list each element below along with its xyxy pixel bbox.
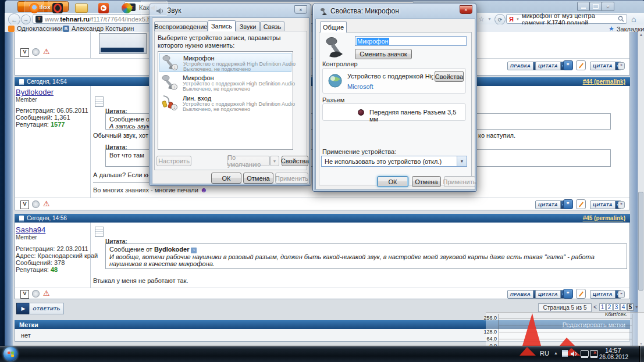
post-icon-v[interactable]: V bbox=[20, 48, 29, 57]
quote-button[interactable]: цитата▼ bbox=[535, 62, 567, 70]
post-permalink[interactable]: #44 (permalink) bbox=[583, 78, 625, 85]
scrollbar-thumb[interactable] bbox=[638, 192, 643, 291]
edit-tags-link[interactable]: Редактировать метки bbox=[563, 321, 625, 328]
network-disconnected-icon[interactable]: × bbox=[590, 350, 598, 357]
taskbar-media-player-button[interactable]: ▶ bbox=[94, 1, 113, 16]
quote-button-2[interactable]: цитата▼ bbox=[590, 200, 621, 209]
device-item-microphone-2[interactable]: ↓ Микрофон Устройство с поддержкой High … bbox=[159, 73, 291, 92]
cancel-button[interactable]: Отмена bbox=[412, 176, 441, 187]
browser-scrollbar[interactable] bbox=[638, 32, 644, 349]
page-link-1[interactable]: 1 bbox=[599, 303, 606, 311]
properties-button[interactable]: Свойства bbox=[282, 156, 308, 166]
tab-communications[interactable]: Связь bbox=[260, 21, 284, 31]
author-link[interactable]: Bydlokoder bbox=[16, 88, 54, 96]
post-icon-v[interactable]: V bbox=[20, 200, 29, 209]
home-button[interactable]: ⌂ bbox=[631, 15, 636, 24]
warning-icon[interactable]: ⚠ bbox=[43, 47, 50, 56]
multiquote-plus-icon[interactable]: ❞ bbox=[618, 291, 625, 298]
author-link[interactable]: Sasha94 bbox=[16, 225, 45, 234]
page-link-2[interactable]: 2 bbox=[606, 303, 613, 311]
taskbar-sound-dialog-button[interactable] bbox=[141, 1, 168, 16]
quickreply-icon[interactable] bbox=[576, 60, 586, 70]
reply-button[interactable]: ответить bbox=[29, 303, 64, 314]
action-center-icon[interactable] bbox=[562, 350, 568, 357]
dialog-close-button[interactable]: × bbox=[460, 5, 472, 14]
change-icon-button[interactable]: Сменить значок bbox=[355, 49, 412, 59]
bookmark-odnoklassniki[interactable]: Одноклассники bbox=[8, 25, 63, 32]
quote-button[interactable]: цитата▼ bbox=[535, 200, 567, 209]
page-link-4[interactable]: 4 bbox=[620, 303, 627, 311]
quote-button-2[interactable]: цитата▼ bbox=[590, 62, 621, 70]
post-permalink[interactable]: #45 (permalink) bbox=[583, 215, 625, 221]
tab-recording[interactable]: Запись bbox=[208, 20, 236, 31]
taskbar-app-button[interactable] bbox=[118, 1, 136, 16]
apply-button[interactable]: Применить bbox=[444, 176, 475, 187]
report-flower-icon[interactable] bbox=[32, 48, 40, 56]
clock-time[interactable]: 14:57 bbox=[605, 347, 621, 354]
report-flower-icon[interactable] bbox=[32, 200, 40, 208]
device-item-microphone-1[interactable]: ↓ Микрофон Устройство с поддержкой High … bbox=[159, 53, 291, 72]
tab-sounds[interactable]: Звуки bbox=[236, 21, 260, 31]
apply-button[interactable]: Применить bbox=[275, 173, 308, 184]
device-usage-select[interactable]: Не использовать это устройство (откл.) ▼ bbox=[321, 156, 467, 167]
clock-date[interactable]: 26.08.2012 bbox=[599, 354, 628, 360]
pagination-prev[interactable]: < bbox=[593, 304, 597, 310]
tray-expand-icon[interactable]: ▲ bbox=[554, 351, 558, 355]
configure-button[interactable]: Настроить bbox=[156, 156, 191, 166]
taskbar-firefox-button[interactable] bbox=[24, 1, 44, 16]
page-link-3[interactable]: 3 bbox=[613, 303, 620, 311]
search-engine-dropdown-icon[interactable]: ▼ bbox=[516, 17, 520, 21]
start-button[interactable] bbox=[3, 347, 17, 361]
device-item-line-in[interactable]: ↓ Лин. вход Устройство с поддержкой High… bbox=[159, 94, 291, 113]
multiquote-plus-icon[interactable]: ❞ bbox=[618, 201, 625, 209]
multiquote-icon[interactable]: ❞ bbox=[563, 289, 573, 299]
multiquote-icon[interactable]: ❞ bbox=[563, 60, 573, 70]
controller-properties-button[interactable]: Свойства bbox=[435, 71, 464, 82]
url-dropdown-icon[interactable]: ▼ bbox=[488, 17, 492, 21]
search-engine-icon[interactable]: Я bbox=[509, 16, 514, 23]
scrollbar-down-icon[interactable]: ▼ bbox=[638, 342, 644, 346]
quote-button[interactable]: цитата▼ bbox=[535, 290, 567, 299]
quickreply-icon[interactable] bbox=[576, 289, 586, 299]
dialog-close-button[interactable]: × bbox=[294, 5, 307, 14]
taskbar-opera-button[interactable] bbox=[48, 1, 67, 16]
post-icon-v[interactable]: V bbox=[20, 290, 29, 299]
edit-button[interactable]: правка▼ bbox=[507, 62, 539, 70]
window-minimize-button[interactable] bbox=[577, 2, 590, 11]
cancel-button[interactable]: Отмена bbox=[243, 173, 273, 184]
post-attachment-thumbnail[interactable] bbox=[99, 33, 147, 54]
scrollbar-up-icon[interactable]: ▲ bbox=[638, 33, 644, 37]
vendor-link[interactable]: Microsoft bbox=[347, 83, 373, 90]
tray-volume-icon[interactable] bbox=[570, 350, 578, 357]
reply-arrow-icon[interactable]: ▶ bbox=[16, 303, 30, 314]
ok-button[interactable]: ОК bbox=[377, 176, 408, 187]
reload-button[interactable]: ⟳ bbox=[494, 14, 506, 25]
view-post-icon[interactable]: › bbox=[191, 248, 197, 253]
bookmark-star-icon[interactable]: ☆ bbox=[478, 15, 485, 23]
network-icon[interactable] bbox=[581, 350, 589, 357]
tab-general[interactable]: Общие bbox=[320, 21, 347, 33]
taskbar-explorer-button[interactable] bbox=[72, 1, 91, 16]
report-flower-icon[interactable] bbox=[32, 290, 40, 298]
set-default-dropdown-icon[interactable]: ▼ bbox=[270, 156, 279, 166]
show-desktop-button[interactable] bbox=[639, 346, 644, 362]
edit-button[interactable]: правка▼ bbox=[507, 290, 539, 299]
warning-icon[interactable]: ⚠ bbox=[43, 199, 50, 208]
quickreply-icon[interactable] bbox=[576, 199, 586, 209]
warning-icon[interactable]: ⚠ bbox=[43, 289, 50, 298]
window-maximize-button[interactable] bbox=[589, 2, 602, 11]
window-close-button[interactable]: × bbox=[602, 2, 614, 11]
language-indicator[interactable]: RU bbox=[540, 350, 549, 357]
search-bar[interactable]: Я ▼ микрофон от муз центра самсунг KJ740… bbox=[506, 14, 627, 24]
quote-button-2[interactable]: цитата▼ bbox=[590, 290, 621, 299]
multiquote-plus-icon[interactable]: ❞ bbox=[618, 62, 625, 70]
device-name-input[interactable]: Микрофон bbox=[355, 36, 467, 46]
search-input-value[interactable]: микрофон от муз центра самсунг KJ740 род… bbox=[522, 12, 615, 26]
search-icon[interactable] bbox=[618, 16, 624, 22]
multiquote-icon[interactable]: ❞ bbox=[563, 199, 573, 209]
back-button[interactable]: ← bbox=[8, 13, 20, 26]
ok-button[interactable]: ОК bbox=[211, 173, 241, 184]
bookmark-vk-profile[interactable]: В Александр Костырин bbox=[63, 25, 134, 32]
set-default-button[interactable]: По умолчанию bbox=[227, 156, 270, 166]
tab-playback[interactable]: Воспроизведение bbox=[154, 21, 208, 31]
